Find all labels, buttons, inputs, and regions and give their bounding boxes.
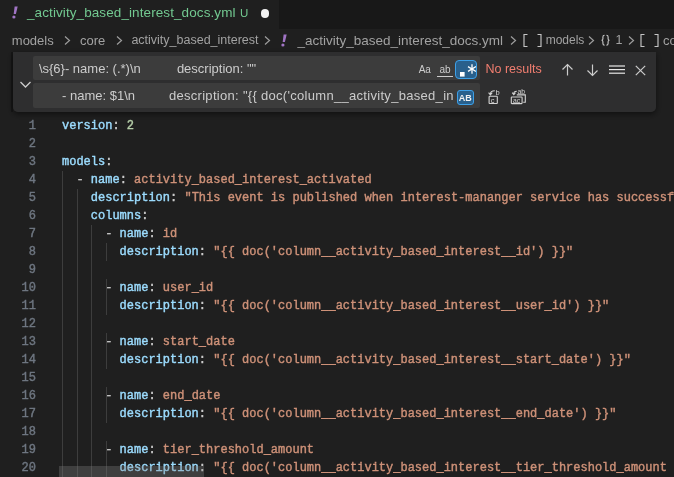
svg-text:ac: ac (513, 96, 521, 103)
svg-text:b: b (495, 89, 499, 97)
svg-text:c: c (491, 95, 495, 104)
svg-text:ab: ab (518, 89, 526, 95)
